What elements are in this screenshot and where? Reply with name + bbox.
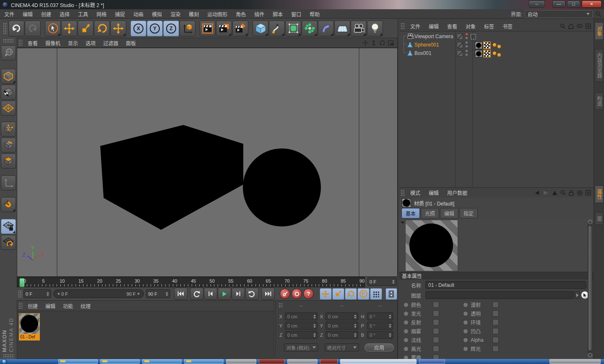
layer-browse-button[interactable] bbox=[575, 291, 580, 299]
range-right-arrow[interactable] bbox=[138, 293, 140, 295]
material-manager-menu-item-0[interactable]: 创建 bbox=[24, 301, 42, 311]
right-tab-2[interactable]: 构造 bbox=[595, 92, 604, 110]
layer-field[interactable] bbox=[425, 291, 574, 299]
om-home-icon[interactable] bbox=[568, 23, 574, 29]
phong-tag[interactable] bbox=[492, 43, 497, 47]
taskbar-folder-4[interactable] bbox=[184, 359, 224, 364]
menubar-item-4[interactable]: 工具 bbox=[74, 9, 92, 18]
viewport[interactable]: Y X Z bbox=[17, 48, 398, 277]
menubar-item-11[interactable]: 运动图形 bbox=[203, 9, 232, 18]
coord-spinner[interactable] bbox=[387, 324, 391, 328]
timeline-ruler[interactable]: 051015202530354045505560657075808590 bbox=[17, 277, 365, 287]
taskbar-folder-3[interactable] bbox=[142, 359, 182, 364]
attribute-tab-2[interactable]: 编辑 bbox=[440, 208, 458, 218]
apply-button[interactable]: 应用 bbox=[364, 343, 394, 351]
taskbar-item-5[interactable] bbox=[340, 359, 417, 364]
history-back-icon[interactable] bbox=[534, 190, 540, 195]
last-tool-button[interactable] bbox=[110, 21, 126, 36]
object-manager-grip[interactable] bbox=[401, 23, 405, 29]
channel-checkbox[interactable] bbox=[492, 319, 499, 325]
zoom-view-icon[interactable] bbox=[371, 40, 376, 46]
material-manager-menu-item-2[interactable]: 功能 bbox=[59, 301, 77, 311]
goto-end-button[interactable] bbox=[261, 288, 275, 300]
key-parameter-toggle[interactable]: P bbox=[357, 288, 370, 300]
collapse-triangle-icon[interactable] bbox=[401, 221, 405, 224]
right-tab-1[interactable]: 内容浏览器 bbox=[595, 49, 604, 82]
render-settings-button[interactable] bbox=[232, 21, 248, 36]
keyframe-help-button[interactable]: ? bbox=[303, 289, 314, 299]
channel-right-5[interactable]: 辉光 bbox=[463, 344, 522, 353]
coord-field-0-2[interactable]: 0 cm bbox=[285, 331, 318, 339]
make-editable-button[interactable] bbox=[1, 45, 16, 60]
attribute-scrollbar[interactable] bbox=[588, 219, 593, 358]
toggle-view-icon[interactable] bbox=[388, 40, 394, 46]
coord-spinner[interactable] bbox=[352, 315, 357, 319]
points-mode-button[interactable] bbox=[1, 122, 16, 137]
visibility-toggle[interactable] bbox=[457, 42, 463, 48]
render-visibility-dot[interactable] bbox=[466, 54, 468, 56]
channel-left-0[interactable]: 颜色 bbox=[404, 300, 462, 309]
tag-dot[interactable] bbox=[497, 44, 501, 49]
coord-field-2-0[interactable]: 0 ° bbox=[367, 312, 393, 320]
material-tag[interactable] bbox=[475, 42, 482, 49]
range-start-field[interactable]: 0 F bbox=[23, 289, 51, 298]
key-rotation-toggle[interactable] bbox=[345, 288, 357, 300]
right-lower-tab-1[interactable]: 层 bbox=[595, 212, 604, 225]
snap-button[interactable] bbox=[1, 197, 16, 212]
search-icon[interactable] bbox=[595, 11, 601, 17]
editor-visibility-dot[interactable] bbox=[466, 33, 468, 35]
om-add-icon[interactable] bbox=[586, 23, 591, 29]
tag-dot[interactable] bbox=[497, 53, 501, 57]
rotate-tool-button[interactable] bbox=[94, 21, 110, 36]
subdivision-surface-button[interactable] bbox=[285, 21, 301, 36]
scrollbar-thumb[interactable] bbox=[588, 225, 592, 351]
object-row-box001[interactable]: Box001 bbox=[399, 49, 594, 57]
menubar-item-0[interactable]: 文件 bbox=[0, 9, 18, 18]
channel-checkbox[interactable] bbox=[492, 302, 499, 308]
channel-checkbox[interactable] bbox=[433, 328, 439, 334]
z-axis-lock-button[interactable]: Z bbox=[163, 21, 179, 36]
attribute-manager-menu-item-0[interactable]: 模式 bbox=[406, 188, 424, 198]
channel-checkbox[interactable] bbox=[433, 310, 439, 317]
lock-icon[interactable] bbox=[569, 190, 574, 196]
add-cube-button[interactable] bbox=[253, 21, 268, 36]
viewport-grip[interactable] bbox=[18, 39, 23, 46]
render-view-button[interactable] bbox=[200, 21, 216, 36]
menubar-item-5[interactable]: 网格 bbox=[92, 9, 111, 18]
channel-checkbox[interactable] bbox=[492, 337, 499, 343]
channel-left-5[interactable]: 高光 bbox=[404, 344, 462, 353]
phong-tag[interactable] bbox=[492, 51, 497, 55]
play-backwards-button[interactable] bbox=[190, 288, 203, 300]
editor-visibility-dot[interactable] bbox=[466, 42, 468, 44]
undo-button[interactable] bbox=[8, 21, 24, 36]
key-scale-toggle[interactable] bbox=[332, 288, 344, 300]
channel-right-1[interactable]: 透明 bbox=[463, 309, 522, 318]
x-axis-lock-button[interactable]: X bbox=[130, 21, 146, 36]
move-tool-button[interactable] bbox=[61, 21, 77, 36]
material-manager-menu-item-3[interactable]: 纹理 bbox=[77, 301, 94, 311]
taskbar-folder-1[interactable] bbox=[58, 359, 98, 364]
object-manager-menu-item-0[interactable]: 文件 bbox=[406, 21, 424, 31]
scroll-down-button[interactable] bbox=[588, 353, 593, 358]
channel-left-1[interactable]: 发光 bbox=[404, 309, 462, 318]
menubar-item-14[interactable]: 脚本 bbox=[268, 9, 287, 18]
right-lower-tab-0[interactable]: 属性 bbox=[595, 185, 604, 203]
coord-field-1-1[interactable]: 0 cm bbox=[325, 322, 358, 330]
am-add-icon[interactable] bbox=[586, 190, 591, 195]
edges-mode-button[interactable] bbox=[1, 138, 16, 153]
redo-button[interactable] bbox=[25, 21, 41, 36]
attribute-manager-menu-item-2[interactable]: 用户数据 bbox=[443, 188, 471, 198]
om-search-icon[interactable] bbox=[560, 23, 565, 29]
key-pla-toggle[interactable] bbox=[370, 288, 382, 300]
editor-visibility-dot[interactable] bbox=[466, 50, 468, 52]
object-manager-menu-item-3[interactable]: 对象 bbox=[461, 21, 480, 31]
menubar-item-13[interactable]: 插件 bbox=[250, 9, 268, 18]
coordinate-mode-dropdown[interactable]: 对象 (相对) bbox=[284, 343, 318, 351]
menubar-item-16[interactable]: 帮助 bbox=[305, 9, 324, 18]
channel-checkbox[interactable] bbox=[433, 319, 439, 325]
pan-view-icon[interactable] bbox=[362, 40, 368, 46]
polygons-mode-button[interactable] bbox=[1, 153, 16, 169]
coord-spinner[interactable] bbox=[312, 333, 316, 337]
object-row-sphere001[interactable]: Sphere001 bbox=[399, 41, 594, 49]
visibility-toggle[interactable] bbox=[457, 50, 463, 57]
